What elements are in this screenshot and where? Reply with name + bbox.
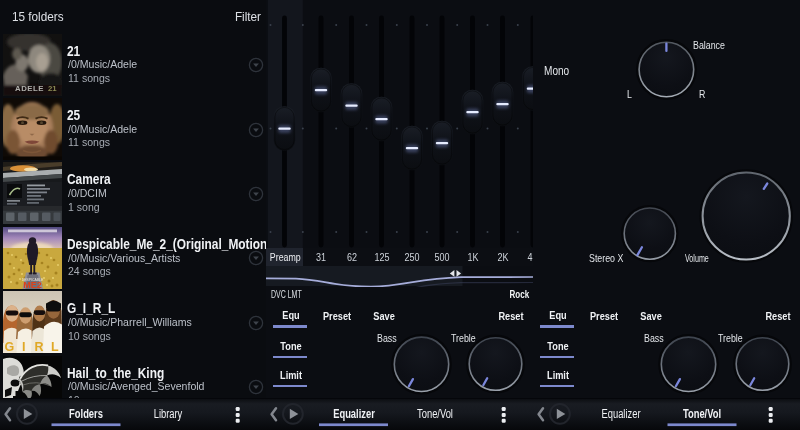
svg-text:R: R bbox=[35, 340, 44, 354]
svg-text:L: L bbox=[51, 340, 59, 354]
svg-text:ADELE: ADELE bbox=[15, 84, 44, 93]
svg-text:I: I bbox=[22, 340, 25, 354]
svg-text:ME2: ME2 bbox=[23, 280, 42, 289]
svg-text:G: G bbox=[5, 340, 15, 354]
svg-text:21: 21 bbox=[48, 84, 57, 93]
